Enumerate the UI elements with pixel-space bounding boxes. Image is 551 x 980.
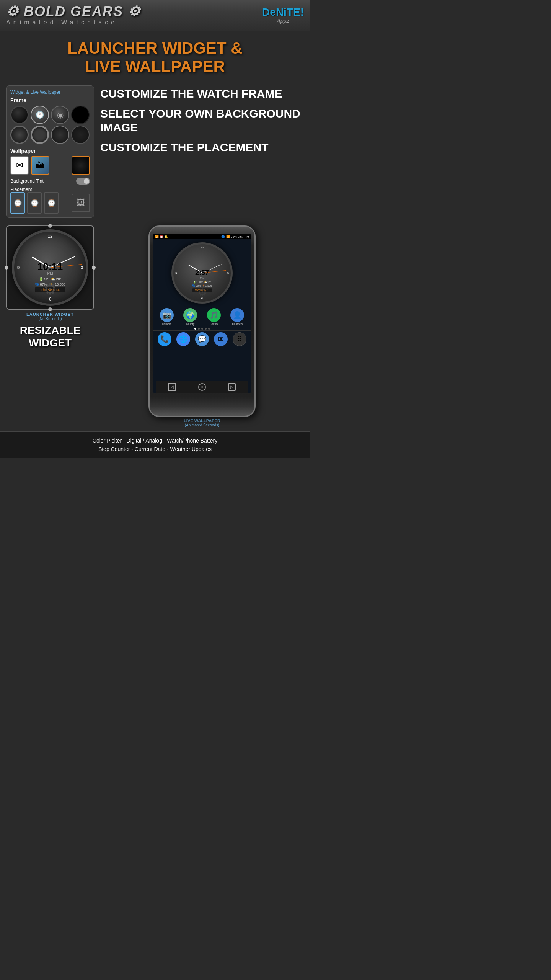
- main-content: Widget & Live Wallpaper Frame 🕐 ◉ Wallpa…: [0, 82, 310, 222]
- resize-dot-right: [92, 266, 96, 270]
- resize-dot-top: [48, 224, 52, 228]
- app-subtitle: Animated Watchface: [6, 19, 117, 26]
- resize-dot-bottom: [48, 307, 52, 311]
- placement-items: ⌚ ⌚ ⌚ 🖼: [10, 192, 90, 214]
- phone-watch-face: 12 3 6 9 2:57: [171, 242, 233, 304]
- frame-option-6[interactable]: [31, 126, 49, 144]
- wallpaper-photo[interactable]: 🏔: [31, 156, 49, 175]
- messages-icon[interactable]: 💬: [195, 332, 209, 346]
- apps-icon[interactable]: ⠿: [233, 332, 246, 346]
- frame-detail-icon: ◉: [57, 110, 64, 119]
- frame-option-3[interactable]: ◉: [51, 106, 69, 124]
- header-right: DeNiTE! Appz: [262, 7, 304, 24]
- watch-placement-icon: ⌚: [13, 198, 23, 207]
- watch-right-icon: ⌚: [47, 198, 56, 207]
- chrome-icon[interactable]: 🌐: [176, 332, 190, 346]
- feature1-title: CUSTOMIZE THE WATCH FRAME: [100, 87, 304, 101]
- watch-face-widget: 12 3 6 9 10:11 PM 🔋: [12, 229, 88, 306]
- app-gallery: 🌍 Gallery: [183, 308, 197, 325]
- main-title: LAUNCHER WIDGET & LIVE WALLPAPER: [4, 39, 306, 76]
- phone-mockup: 📶 ⏰ 🔔 🔵 📶 98% 2:57 PM 12 3 6 9: [148, 225, 256, 417]
- contacts-icon[interactable]: 👤: [230, 308, 244, 322]
- photo-icon: 🏔: [36, 160, 44, 170]
- frame-label: Frame: [10, 97, 90, 103]
- feature2-title: SELECT YOUR OWN BACKGROUND IMAGE: [100, 107, 304, 134]
- contacts-label: Contacts: [232, 323, 243, 325]
- email-icon[interactable]: ✉: [214, 332, 228, 346]
- placement-section: Placement ⌚ ⌚ ⌚ 🖼: [10, 187, 90, 214]
- gallery-label: Gallery: [186, 323, 194, 325]
- frame-option-2[interactable]: 🕐: [31, 106, 49, 124]
- frame-option-4[interactable]: [71, 106, 90, 124]
- panel-title: Widget & Live Wallpaper: [10, 90, 90, 95]
- camera-label: Camera: [162, 323, 171, 325]
- watch-center-icon: ⌚: [30, 198, 39, 207]
- phone-app-row: 📷 Camera 🌍 Gallery 🎵 Spotify 👤 Contacts: [153, 305, 251, 327]
- frame-option-5[interactable]: [10, 126, 29, 144]
- background-tint-label: Background Tint: [10, 178, 44, 184]
- header: ⚙ BOLD GEARS ⚙ Animated Watchface DeNiTE…: [0, 0, 310, 31]
- frame-option-7[interactable]: [51, 126, 69, 144]
- placement-image-btn[interactable]: 🖼: [72, 194, 90, 212]
- widget-label-sub: (No Seconds): [6, 317, 94, 321]
- phone-side-button: [254, 273, 256, 284]
- widget-time: 10:11: [35, 261, 65, 271]
- dot-2: [198, 328, 200, 330]
- camera-icon[interactable]: 📷: [160, 308, 174, 322]
- app-camera: 📷 Camera: [160, 308, 174, 325]
- wallpaper-label: Wallpaper: [10, 148, 90, 154]
- back-button[interactable]: ◁: [168, 383, 176, 391]
- dot-4: [205, 328, 207, 330]
- placement-label: Placement: [10, 187, 90, 192]
- gear-decoration: ⚙: [43, 280, 57, 298]
- phone-ampm: PM: [192, 276, 212, 280]
- image-upload-icon: 🖼: [77, 198, 85, 208]
- footer-line2: Step Counter - Current Date - Weather Up…: [5, 445, 305, 453]
- phone-status-bar: 📶 ⏰ 🔔 🔵 📶 98% 2:57 PM: [153, 234, 251, 239]
- phone-signal-icons: 📶 ⏰ 🔔: [155, 235, 168, 238]
- widget-area: 12 3 6 9 10:11 PM 🔋: [6, 225, 94, 350]
- widget-label: LAUNCHER WIDGET: [6, 312, 94, 317]
- widget-stat1: 🔋: [39, 277, 43, 281]
- wallpaper-dark-selected[interactable]: [72, 156, 90, 175]
- widget-frame: 12 3 6 9 10:11 PM 🔋: [6, 225, 94, 310]
- phone-time: 2:57: [192, 270, 212, 276]
- background-tint-row: Background Tint: [10, 178, 90, 185]
- wallpaper-white[interactable]: ✉: [10, 156, 29, 175]
- home-button[interactable]: ○: [198, 383, 206, 391]
- frame-option-8[interactable]: [71, 126, 90, 144]
- phone-icon[interactable]: 📞: [158, 332, 171, 346]
- resize-dot-left: [5, 266, 8, 270]
- resizable-text: RESIZABLE WIDGET: [6, 324, 94, 350]
- app-contacts: 👤 Contacts: [230, 308, 244, 325]
- footer-line1: Color Picker - Digital / Analog - Watch/…: [5, 436, 305, 445]
- placement-center[interactable]: ⌚: [27, 192, 42, 214]
- dot-1: [194, 328, 196, 330]
- bottom-section: 12 3 6 9 10:11 PM 🔋: [0, 222, 310, 431]
- recents-button[interactable]: ▷: [228, 383, 236, 391]
- phone-status-right: 🔵 📶 98% 2:57 PM: [221, 235, 249, 238]
- background-tint-toggle[interactable]: [76, 178, 90, 185]
- placement-left[interactable]: ⌚: [10, 192, 25, 214]
- gear-icon: ⚙: [6, 3, 19, 19]
- spotify-icon[interactable]: 🎵: [207, 308, 221, 322]
- phone-stats1: 🔋100% ⛅16°: [192, 281, 212, 284]
- phone-nav-bar: ◁ ○ ▷: [156, 381, 248, 393]
- gear-icon-2: ⚙: [128, 3, 141, 19]
- phone-gear-decoration: ⚙: [197, 286, 207, 299]
- phone-screen: 📶 ⏰ 🔔 🔵 📶 98% 2:57 PM 12 3 6 9: [153, 234, 251, 393]
- left-panel: Widget & Live Wallpaper Frame 🕐 ◉ Wallpa…: [6, 85, 94, 218]
- placement-right[interactable]: ⌚: [44, 192, 59, 214]
- phone-area: 📶 ⏰ 🔔 🔵 📶 98% 2:57 PM 12 3 6 9: [100, 225, 304, 427]
- frame-option-1[interactable]: [10, 106, 29, 124]
- page-dots: [153, 327, 251, 330]
- phone-label: LIVE WALLPAPER: [184, 418, 220, 423]
- app-logo: ⚙ BOLD GEARS ⚙: [6, 5, 141, 18]
- header-left: ⚙ BOLD GEARS ⚙ Animated Watchface: [6, 5, 141, 26]
- gallery-icon[interactable]: 🌍: [183, 308, 197, 322]
- clock-icon: 🕐: [36, 111, 44, 119]
- denite-logo: DeNiTE!: [262, 7, 304, 18]
- footer: Color Picker - Digital / Analog - Watch/…: [0, 431, 310, 458]
- title-section: LAUNCHER WIDGET & LIVE WALLPAPER: [0, 31, 310, 82]
- envelope-icon: ✉: [16, 160, 23, 170]
